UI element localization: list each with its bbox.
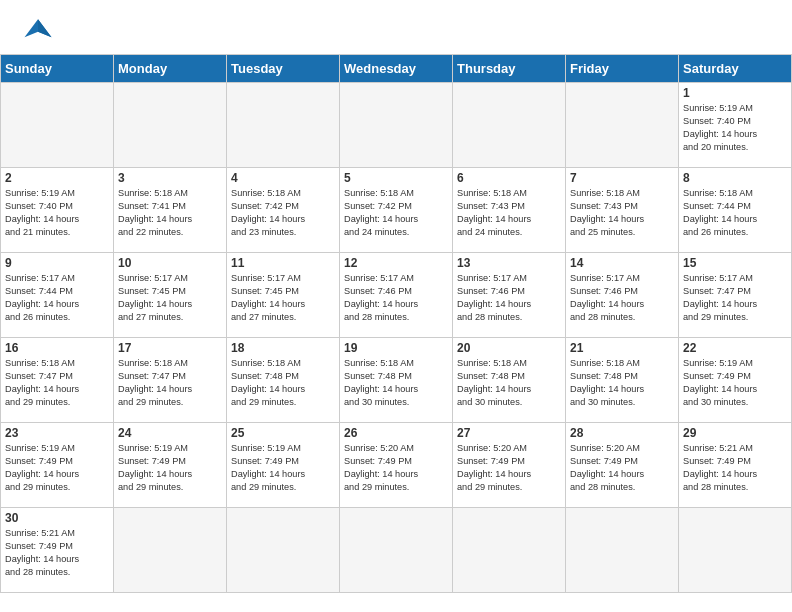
day-info: Sunrise: 5:18 AM Sunset: 7:42 PM Dayligh…	[231, 187, 335, 239]
day-of-week-header: Monday	[114, 55, 227, 83]
day-number: 12	[344, 256, 448, 270]
day-info: Sunrise: 5:18 AM Sunset: 7:44 PM Dayligh…	[683, 187, 787, 239]
day-of-week-header: Tuesday	[227, 55, 340, 83]
day-number: 3	[118, 171, 222, 185]
day-info: Sunrise: 5:17 AM Sunset: 7:45 PM Dayligh…	[118, 272, 222, 324]
calendar-cell: 23Sunrise: 5:19 AM Sunset: 7:49 PM Dayli…	[1, 423, 114, 508]
calendar-cell: 9Sunrise: 5:17 AM Sunset: 7:44 PM Daylig…	[1, 253, 114, 338]
day-number: 24	[118, 426, 222, 440]
calendar-cell: 28Sunrise: 5:20 AM Sunset: 7:49 PM Dayli…	[566, 423, 679, 508]
logo	[20, 12, 60, 48]
day-number: 22	[683, 341, 787, 355]
day-of-week-header: Saturday	[679, 55, 792, 83]
day-info: Sunrise: 5:20 AM Sunset: 7:49 PM Dayligh…	[457, 442, 561, 494]
day-info: Sunrise: 5:19 AM Sunset: 7:49 PM Dayligh…	[683, 357, 787, 409]
day-info: Sunrise: 5:17 AM Sunset: 7:47 PM Dayligh…	[683, 272, 787, 324]
calendar-cell: 30Sunrise: 5:21 AM Sunset: 7:49 PM Dayli…	[1, 508, 114, 593]
calendar-cell	[679, 508, 792, 593]
calendar-cell: 7Sunrise: 5:18 AM Sunset: 7:43 PM Daylig…	[566, 168, 679, 253]
day-number: 10	[118, 256, 222, 270]
day-number: 7	[570, 171, 674, 185]
day-info: Sunrise: 5:18 AM Sunset: 7:43 PM Dayligh…	[570, 187, 674, 239]
day-info: Sunrise: 5:18 AM Sunset: 7:47 PM Dayligh…	[118, 357, 222, 409]
day-info: Sunrise: 5:18 AM Sunset: 7:48 PM Dayligh…	[231, 357, 335, 409]
calendar-cell	[1, 83, 114, 168]
calendar-cell: 4Sunrise: 5:18 AM Sunset: 7:42 PM Daylig…	[227, 168, 340, 253]
day-number: 21	[570, 341, 674, 355]
calendar-cell	[227, 83, 340, 168]
day-info: Sunrise: 5:17 AM Sunset: 7:46 PM Dayligh…	[344, 272, 448, 324]
day-info: Sunrise: 5:17 AM Sunset: 7:46 PM Dayligh…	[457, 272, 561, 324]
day-number: 23	[5, 426, 109, 440]
header	[0, 0, 792, 54]
day-number: 9	[5, 256, 109, 270]
day-info: Sunrise: 5:18 AM Sunset: 7:48 PM Dayligh…	[344, 357, 448, 409]
calendar-cell: 10Sunrise: 5:17 AM Sunset: 7:45 PM Dayli…	[114, 253, 227, 338]
day-info: Sunrise: 5:19 AM Sunset: 7:49 PM Dayligh…	[118, 442, 222, 494]
day-info: Sunrise: 5:19 AM Sunset: 7:40 PM Dayligh…	[683, 102, 787, 154]
calendar-cell: 24Sunrise: 5:19 AM Sunset: 7:49 PM Dayli…	[114, 423, 227, 508]
day-of-week-header: Sunday	[1, 55, 114, 83]
calendar-cell	[340, 508, 453, 593]
day-info: Sunrise: 5:17 AM Sunset: 7:44 PM Dayligh…	[5, 272, 109, 324]
day-number: 5	[344, 171, 448, 185]
day-number: 14	[570, 256, 674, 270]
calendar-cell: 18Sunrise: 5:18 AM Sunset: 7:48 PM Dayli…	[227, 338, 340, 423]
day-of-week-header: Thursday	[453, 55, 566, 83]
calendar-cell: 2Sunrise: 5:19 AM Sunset: 7:40 PM Daylig…	[1, 168, 114, 253]
calendar-cell: 3Sunrise: 5:18 AM Sunset: 7:41 PM Daylig…	[114, 168, 227, 253]
day-info: Sunrise: 5:17 AM Sunset: 7:46 PM Dayligh…	[570, 272, 674, 324]
day-info: Sunrise: 5:19 AM Sunset: 7:49 PM Dayligh…	[231, 442, 335, 494]
calendar-cell	[453, 83, 566, 168]
day-info: Sunrise: 5:18 AM Sunset: 7:43 PM Dayligh…	[457, 187, 561, 239]
calendar-cell: 29Sunrise: 5:21 AM Sunset: 7:49 PM Dayli…	[679, 423, 792, 508]
calendar-cell: 1Sunrise: 5:19 AM Sunset: 7:40 PM Daylig…	[679, 83, 792, 168]
calendar-cell	[566, 83, 679, 168]
day-number: 18	[231, 341, 335, 355]
day-info: Sunrise: 5:18 AM Sunset: 7:41 PM Dayligh…	[118, 187, 222, 239]
day-number: 16	[5, 341, 109, 355]
day-info: Sunrise: 5:20 AM Sunset: 7:49 PM Dayligh…	[344, 442, 448, 494]
calendar: SundayMondayTuesdayWednesdayThursdayFrid…	[0, 54, 792, 593]
calendar-cell: 22Sunrise: 5:19 AM Sunset: 7:49 PM Dayli…	[679, 338, 792, 423]
day-info: Sunrise: 5:18 AM Sunset: 7:42 PM Dayligh…	[344, 187, 448, 239]
calendar-cell: 6Sunrise: 5:18 AM Sunset: 7:43 PM Daylig…	[453, 168, 566, 253]
day-of-week-header: Wednesday	[340, 55, 453, 83]
calendar-cell	[453, 508, 566, 593]
day-info: Sunrise: 5:21 AM Sunset: 7:49 PM Dayligh…	[683, 442, 787, 494]
day-number: 28	[570, 426, 674, 440]
calendar-cell: 27Sunrise: 5:20 AM Sunset: 7:49 PM Dayli…	[453, 423, 566, 508]
calendar-cell: 5Sunrise: 5:18 AM Sunset: 7:42 PM Daylig…	[340, 168, 453, 253]
day-number: 4	[231, 171, 335, 185]
calendar-cell: 8Sunrise: 5:18 AM Sunset: 7:44 PM Daylig…	[679, 168, 792, 253]
day-info: Sunrise: 5:18 AM Sunset: 7:48 PM Dayligh…	[570, 357, 674, 409]
calendar-cell: 12Sunrise: 5:17 AM Sunset: 7:46 PM Dayli…	[340, 253, 453, 338]
day-info: Sunrise: 5:18 AM Sunset: 7:47 PM Dayligh…	[5, 357, 109, 409]
day-number: 27	[457, 426, 561, 440]
day-of-week-header: Friday	[566, 55, 679, 83]
calendar-cell: 20Sunrise: 5:18 AM Sunset: 7:48 PM Dayli…	[453, 338, 566, 423]
day-number: 11	[231, 256, 335, 270]
day-info: Sunrise: 5:17 AM Sunset: 7:45 PM Dayligh…	[231, 272, 335, 324]
day-info: Sunrise: 5:18 AM Sunset: 7:48 PM Dayligh…	[457, 357, 561, 409]
day-number: 6	[457, 171, 561, 185]
calendar-cell: 21Sunrise: 5:18 AM Sunset: 7:48 PM Dayli…	[566, 338, 679, 423]
calendar-cell: 15Sunrise: 5:17 AM Sunset: 7:47 PM Dayli…	[679, 253, 792, 338]
calendar-cell	[114, 508, 227, 593]
day-number: 2	[5, 171, 109, 185]
calendar-cell: 16Sunrise: 5:18 AM Sunset: 7:47 PM Dayli…	[1, 338, 114, 423]
calendar-cell	[566, 508, 679, 593]
day-number: 19	[344, 341, 448, 355]
calendar-cell: 13Sunrise: 5:17 AM Sunset: 7:46 PM Dayli…	[453, 253, 566, 338]
day-number: 13	[457, 256, 561, 270]
calendar-cell: 17Sunrise: 5:18 AM Sunset: 7:47 PM Dayli…	[114, 338, 227, 423]
calendar-cell: 25Sunrise: 5:19 AM Sunset: 7:49 PM Dayli…	[227, 423, 340, 508]
day-number: 30	[5, 511, 109, 525]
day-number: 1	[683, 86, 787, 100]
day-number: 25	[231, 426, 335, 440]
day-number: 17	[118, 341, 222, 355]
calendar-cell	[227, 508, 340, 593]
day-number: 26	[344, 426, 448, 440]
day-number: 20	[457, 341, 561, 355]
day-number: 15	[683, 256, 787, 270]
